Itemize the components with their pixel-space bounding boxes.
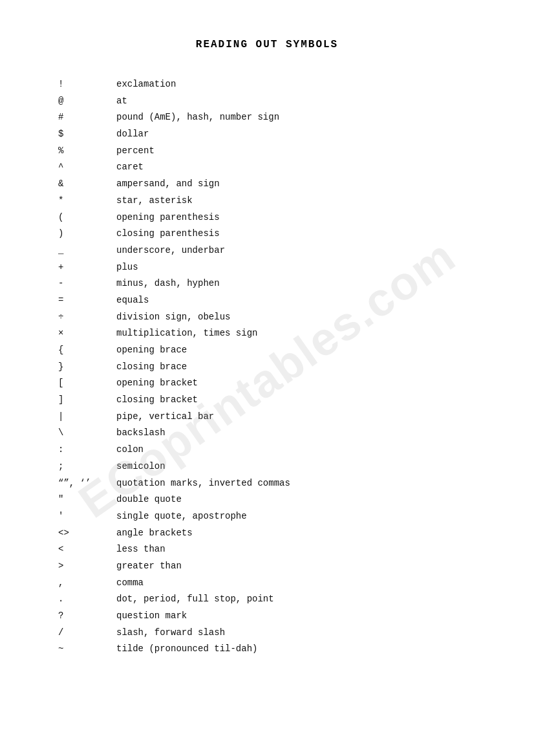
table-row: .dot, period, full stop, point [52, 591, 482, 608]
table-row: <less than [52, 541, 482, 558]
table-row: _underscore, underbar [52, 243, 482, 259]
symbol-cell: <> [52, 526, 116, 541]
description-cell: angle brackets [116, 526, 482, 541]
symbol-cell: + [52, 261, 116, 275]
description-cell: ampersand, and sign [116, 177, 482, 191]
table-row: >greater than [52, 558, 482, 575]
table-row: ;semicolon [52, 459, 482, 475]
table-row: (opening parenthesis [52, 210, 482, 226]
description-cell: pound (AmE), hash, number sign [116, 111, 482, 125]
table-row: *star, asterisk [52, 193, 482, 210]
symbol-cell: ? [52, 609, 116, 623]
description-cell: comma [116, 576, 482, 590]
page-title: READING OUT SYMBOLS [52, 39, 482, 50]
table-row: |pipe, vertical bar [52, 409, 482, 426]
description-cell: closing bracket [116, 393, 482, 407]
description-cell: greater than [116, 559, 482, 574]
description-cell: at [116, 94, 482, 109]
description-cell: question mark [116, 609, 482, 623]
table-row: <>angle brackets [52, 525, 482, 542]
description-cell: closing parenthesis [116, 227, 482, 241]
symbol-cell: “”, ‘’ [52, 477, 116, 491]
symbol-cell: , [52, 576, 116, 590]
table-row: &ampersand, and sign [52, 176, 482, 193]
symbol-cell: ÷ [52, 310, 116, 325]
symbol-cell: ( [52, 211, 116, 225]
symbol-cell: " [52, 493, 116, 507]
symbol-cell: < [52, 543, 116, 557]
table-row: !exclamation [52, 76, 482, 93]
table-row: ,comma [52, 575, 482, 592]
symbol-cell: ; [52, 460, 116, 474]
description-cell: exclamation [116, 78, 482, 92]
symbol-cell: ] [52, 393, 116, 407]
description-cell: backslash [116, 426, 482, 440]
table-row: {opening brace [52, 342, 482, 359]
description-cell: slash, forward slash [116, 626, 482, 640]
description-cell: plus [116, 261, 482, 275]
table-row: )closing parenthesis [52, 226, 482, 243]
symbol-cell: } [52, 360, 116, 374]
page: ECoprintables.com READING OUT SYMBOLS !e… [0, 0, 534, 756]
table-row: \backslash [52, 425, 482, 442]
description-cell: division sign, obelus [116, 310, 482, 325]
table-row: +plus [52, 259, 482, 276]
symbol-cell: & [52, 177, 116, 191]
description-cell: pipe, vertical bar [116, 410, 482, 424]
symbol-cell: % [52, 144, 116, 158]
table-row: "double quote [52, 491, 482, 508]
table-row: ^caret [52, 159, 482, 176]
symbol-cell: . [52, 592, 116, 607]
description-cell: dot, period, full stop, point [116, 592, 482, 607]
table-row: #pound (AmE), hash, number sign [52, 109, 482, 126]
symbol-cell: @ [52, 94, 116, 109]
table-row: }closing brace [52, 359, 482, 376]
symbol-cell: ! [52, 78, 116, 92]
symbols-table: !exclamation@at#pound (AmE), hash, numbe… [52, 76, 482, 658]
table-row: 'single quote, apostrophe [52, 508, 482, 525]
symbol-cell: - [52, 277, 116, 291]
description-cell: single quote, apostrophe [116, 510, 482, 524]
table-row: ÷division sign, obelus [52, 309, 482, 326]
table-row: $dollar [52, 126, 482, 143]
description-cell: less than [116, 543, 482, 557]
table-row: ?question mark [52, 608, 482, 625]
description-cell: opening bracket [116, 376, 482, 391]
symbol-cell: × [52, 327, 116, 341]
symbol-cell: _ [52, 244, 116, 258]
description-cell: caret [116, 160, 482, 175]
description-cell: percent [116, 144, 482, 158]
symbol-cell: ) [52, 227, 116, 241]
description-cell: colon [116, 443, 482, 457]
description-cell: closing brace [116, 360, 482, 374]
symbol-cell: $ [52, 127, 116, 142]
table-row: /slash, forward slash [52, 625, 482, 642]
symbol-cell: | [52, 410, 116, 424]
symbol-cell: = [52, 294, 116, 308]
table-row: ~tilde (pronounced til-dah) [52, 641, 482, 658]
symbol-cell: ' [52, 510, 116, 524]
symbol-cell: > [52, 559, 116, 574]
description-cell: multiplication, times sign [116, 327, 482, 341]
description-cell: dollar [116, 127, 482, 142]
description-cell: opening brace [116, 343, 482, 358]
table-row: :colon [52, 442, 482, 459]
symbol-cell: \ [52, 426, 116, 440]
symbol-cell: : [52, 443, 116, 457]
table-row: @at [52, 93, 482, 110]
symbol-cell: / [52, 626, 116, 640]
symbol-cell: # [52, 111, 116, 125]
table-row: ×multiplication, times sign [52, 325, 482, 342]
table-row: [opening bracket [52, 375, 482, 392]
description-cell: semicolon [116, 460, 482, 474]
symbol-cell: { [52, 343, 116, 358]
table-row: -minus, dash, hyphen [52, 275, 482, 292]
description-cell: equals [116, 294, 482, 308]
symbol-cell: * [52, 194, 116, 208]
description-cell: double quote [116, 493, 482, 507]
description-cell: underscore, underbar [116, 244, 482, 258]
description-cell: minus, dash, hyphen [116, 277, 482, 291]
symbol-cell: ^ [52, 160, 116, 175]
description-cell: opening parenthesis [116, 211, 482, 225]
description-cell: star, asterisk [116, 194, 482, 208]
